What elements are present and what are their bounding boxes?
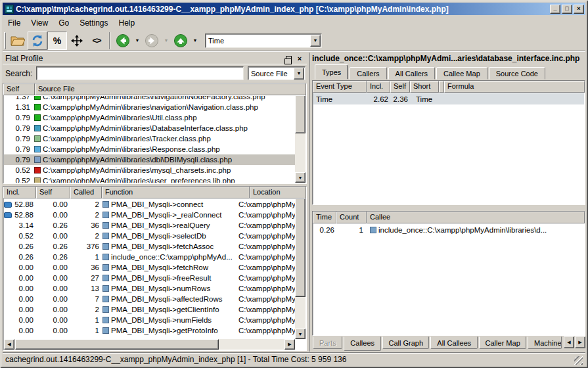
combobox-dropdown-button[interactable]: ▼ — [294, 68, 304, 80]
dock-close-button[interactable]: × — [295, 54, 304, 62]
column-header[interactable]: Self — [3, 83, 35, 95]
menu-item-help[interactable]: Help — [114, 17, 141, 29]
column-header[interactable]: Count — [336, 212, 367, 223]
column-header[interactable]: Incl. — [3, 187, 36, 198]
column-header[interactable]: Callee — [367, 212, 585, 223]
function-table-hscrollbar[interactable]: ◀ ▶ — [4, 339, 295, 350]
file-list-row[interactable]: 0.52C:\xampp\phpMyAdmin\libraries\mysql_… — [4, 165, 295, 175]
function-table-row[interactable]: 0.000.002PMA_DBI_Mysqli->getClientInfoC:… — [4, 304, 295, 315]
callee-row[interactable]: 0.261include_once::C:\xampp\phpMyAdmin\l… — [313, 224, 584, 235]
up-button[interactable] — [171, 32, 191, 50]
dock-titlebar[interactable]: Flat Profile × — [3, 53, 307, 64]
file-list-row[interactable]: 1.31C:\xampp\phpMyAdmin\libraries\naviga… — [4, 102, 295, 112]
group-by-combobox[interactable]: Source File ▼ — [248, 66, 305, 80]
column-header[interactable]: Self — [390, 81, 410, 93]
selected-function-header: include_once::C:\xampp\phpMyAdmi...aries… — [312, 53, 585, 64]
resize-grip[interactable] — [574, 356, 583, 365]
cycle-detection-button[interactable]: <> — [87, 32, 106, 50]
scroll-right-button[interactable]: ▶ — [284, 339, 295, 350]
function-table-row[interactable]: 0.000.0013PMA_DBI_Mysqli->numRowsC:\xamp… — [4, 283, 295, 294]
column-header[interactable]: Formula — [444, 81, 585, 93]
file-list-row[interactable]: 0.79C:\xampp\phpMyAdmin\libraries\Tracke… — [4, 133, 295, 144]
menu-item-view[interactable]: View — [26, 17, 53, 29]
function-table-row[interactable]: 0.000.001PMA_DBI_Mysqli->numFieldsC:\xam… — [4, 315, 295, 325]
title-bar[interactable]: C:\xampp\tmp\cachegrind.out.1416463299-C… — [3, 3, 585, 15]
tab-source-code[interactable]: Source Code — [489, 67, 545, 80]
event-type-combobox[interactable]: Time ▼ — [205, 34, 322, 48]
function-table-vscrollbar[interactable]: ▲ ▼ — [295, 187, 305, 339]
function-table-row[interactable]: 0.260.26376PMA_DBI_Mysqli->fetchAssocC:\… — [4, 241, 295, 252]
tab-types[interactable]: Types — [315, 64, 348, 80]
tab-scroll-left-button[interactable]: ◀ — [564, 336, 574, 348]
scroll-down-button[interactable]: ▼ — [295, 329, 305, 339]
tab-scroll-right-button[interactable]: ▶ — [575, 336, 585, 348]
close-button[interactable]: × — [574, 5, 584, 14]
file-list-row[interactable]: 0.79C:\xampp\phpMyAdmin\libraries\Respon… — [4, 144, 295, 154]
file-list-row[interactable]: 0.79C:\xampp\phpMyAdmin\libraries\Databa… — [4, 123, 295, 133]
tab-callers[interactable]: Callers — [350, 67, 386, 80]
up-dropdown-button[interactable]: ▼ — [191, 32, 200, 50]
self-value: 0.00 — [37, 232, 71, 240]
function-table-row[interactable]: 0.000.001PMA_DBI_Mysqli->getProtoInfoC:\… — [4, 325, 295, 336]
tab-machine[interactable]: Machine — [528, 336, 562, 349]
self-value: 0.00 — [37, 200, 71, 208]
tab-all-callers[interactable]: All Callers — [388, 67, 436, 80]
scroll-down-button[interactable]: ▼ — [295, 172, 305, 183]
tab-callee-map[interactable]: Callee Map — [436, 67, 487, 80]
forward-button[interactable] — [142, 32, 162, 50]
function-name: PMA_DBI_Mysqli->getClientInfo — [111, 306, 219, 313]
tab-call-graph[interactable]: Call Graph — [382, 336, 430, 349]
function-table-row[interactable]: 52.880.002PMA_DBI_Mysqli->_realConnectC:… — [4, 210, 295, 220]
column-header[interactable]: Incl. — [367, 81, 390, 93]
column-header[interactable]: Short — [410, 81, 439, 93]
column-header[interactable]: Time — [313, 212, 336, 223]
menu-item-go[interactable]: Go — [53, 17, 74, 29]
scrollbar-thumb[interactable] — [15, 339, 219, 350]
function-table-row[interactable]: 0.000.0027PMA_DBI_Mysqli->freeResultC:\x… — [4, 273, 295, 283]
percent-icon: % — [53, 35, 61, 46]
minimize-button[interactable]: _ — [550, 5, 560, 14]
column-header[interactable]: Self — [36, 187, 70, 198]
open-file-button[interactable] — [8, 32, 28, 50]
tab-callees[interactable]: Callees — [344, 336, 380, 351]
function-table-row[interactable]: 3.140.2636PMA_DBI_Mysqli->realQueryC:\xa… — [4, 220, 295, 231]
column-header[interactable] — [439, 81, 444, 93]
file-list-row[interactable]: 1.37C:\xampp\phpMyAdmin\libraries\naviga… — [4, 96, 295, 102]
toolbar-handle[interactable] — [4, 32, 6, 49]
menu-item-settings[interactable]: Settings — [74, 17, 113, 29]
forward-arrow-icon — [145, 34, 159, 48]
reload-button[interactable] — [28, 32, 47, 50]
tab-all-callees[interactable]: All Callees — [430, 336, 477, 349]
column-header[interactable]: Location — [250, 187, 306, 198]
back-button[interactable] — [113, 32, 133, 50]
tab-caller-map[interactable]: Caller Map — [479, 336, 526, 349]
event-type-row[interactable]: Time2.622.36Time — [313, 93, 584, 104]
forward-dropdown-button[interactable]: ▼ — [162, 32, 171, 50]
maximize-button[interactable]: □ — [562, 5, 572, 14]
scroll-left-button[interactable]: ◀ — [4, 339, 14, 350]
function-cell: PMA_DBI_Mysqli->_realConnect — [102, 211, 238, 219]
column-header[interactable]: Source File — [35, 83, 306, 95]
combobox-dropdown-button[interactable]: ▼ — [310, 35, 321, 47]
function-table-row[interactable]: 0.000.007PMA_DBI_Mysqli->affectedRowsC:\… — [4, 294, 295, 304]
function-table-row[interactable]: 0.000.0036PMA_DBI_Mysqli->fetchRowC:\xam… — [4, 262, 295, 273]
scrollbar-thumb[interactable] — [295, 95, 305, 133]
column-header[interactable]: Called — [70, 187, 102, 198]
function-table-row[interactable]: 0.520.002PMA_DBI_Mysqli->selectDbC:\xamp… — [4, 231, 295, 241]
menu-item-file[interactable]: File — [3, 17, 26, 29]
column-header[interactable]: Function — [102, 187, 250, 198]
file-list-row[interactable]: 0.79C:\xampp\phpMyAdmin\libraries\dbi\DB… — [4, 154, 295, 165]
file-list-row[interactable]: 0.52C:\xampp\phpMyAdmin\libraries\user_p… — [4, 175, 295, 183]
file-list-row[interactable]: 0.79C:\xampp\phpMyAdmin\libraries\Util.c… — [4, 112, 295, 123]
function-table-row[interactable]: 0.260.261include_once::C:\xampp\phpMyAd.… — [4, 252, 295, 262]
scrollbar-thumb[interactable] — [295, 198, 305, 297]
search-input[interactable] — [36, 66, 244, 80]
source-file-cell: C:\xampp\phpMyAdmin\libraries\navigation… — [34, 103, 295, 111]
relative-percent-toggle[interactable]: % — [47, 32, 67, 50]
shorten-templates-button[interactable] — [67, 32, 87, 50]
function-table-row[interactable]: 52.880.002PMA_DBI_Mysqli->connectC:\xamp… — [4, 199, 295, 210]
column-header[interactable]: Event Type — [313, 81, 367, 93]
back-dropdown-button[interactable]: ▼ — [133, 32, 142, 50]
dock-float-button[interactable] — [284, 54, 293, 62]
file-list-vscrollbar[interactable]: ▲ ▼ — [295, 84, 305, 183]
